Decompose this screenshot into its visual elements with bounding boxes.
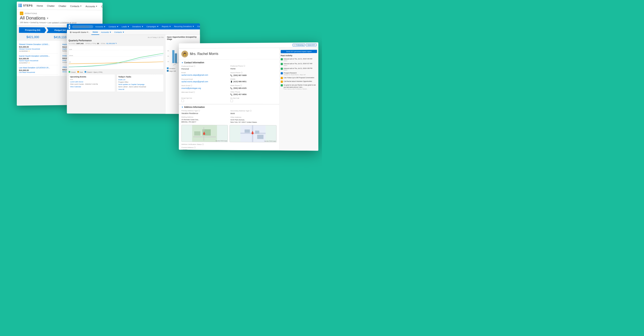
sf-nav-accounts[interactable]: Accounts ▼ bbox=[94, 25, 107, 28]
activity-text-7: So great to see you! Rachel, It was grea… bbox=[284, 84, 317, 88]
dot bbox=[20, 4, 20, 5]
stage-prospecting[interactable]: Prospecting (53) bbox=[19, 27, 46, 33]
activity-item-2: Inbound call on Thu, Jul 21, 2016 9:27 A… bbox=[281, 62, 317, 66]
donation-name[interactable]: Garret Huynh Donation 12/22/201... bbox=[19, 55, 58, 57]
field-secondary-type: Secondary Address Type ⓘ Work bbox=[230, 110, 276, 115]
nav-chatter2[interactable]: Chatter bbox=[57, 2, 68, 10]
other-phone-icon: 📞 bbox=[230, 93, 232, 95]
activity-sub-7: From: Symms John To Address: Rachel... bbox=[284, 88, 317, 89]
sf-nav-donations[interactable]: Donations ▼ bbox=[131, 25, 144, 28]
task-item-2[interactable]: Send update on Capital Campaign bbox=[118, 83, 162, 85]
closed-stat: CLOSED: $407,442 bbox=[68, 42, 84, 44]
nav-accounts[interactable]: Accounts ▼ bbox=[84, 2, 99, 10]
contact-content: 👩 Mrs. Rachel Morris ▼ Contact Informati… bbox=[179, 48, 318, 151]
activity-item-5: Call: Follow Up to Gift Proposal Convers… bbox=[281, 77, 317, 79]
task-item-1[interactable]: Draft LOI bbox=[118, 79, 162, 81]
svg-text:$500k: $500k bbox=[69, 55, 74, 56]
activity-dot-3 bbox=[281, 68, 283, 70]
dot bbox=[20, 5, 20, 6]
field-do-not-call: Do Not Call bbox=[230, 97, 276, 102]
field-email: Email rachel.morris.steps@gmail.com bbox=[182, 71, 227, 77]
sf-nav-contact-verge[interactable]: Contact Verge bbox=[196, 25, 200, 27]
events-tasks: Upcoming Events Now Lunch with Donor Cli… bbox=[68, 74, 164, 92]
section-toggle-contact[interactable]: ▼ Contact Information bbox=[182, 61, 276, 64]
view-all-tasks[interactable]: View All bbox=[118, 88, 162, 90]
quarterly-title: Quarterly Performance bbox=[68, 39, 164, 42]
activity-dot-6 bbox=[281, 81, 283, 83]
field-other-phone: Other Phone 📞 (555) 457-9856 bbox=[230, 91, 276, 95]
send-ioy-button[interactable]: Send IOY bbox=[306, 43, 316, 46]
address-section-title: Address Information bbox=[184, 106, 205, 108]
donation-item: Lee Mast Donation 12/13/2015 20... $10,3… bbox=[19, 65, 58, 75]
field-preferred-phone: Preferred Phone ⓘ Home bbox=[230, 65, 276, 70]
activity-dot-5 bbox=[281, 77, 283, 79]
work-phone-icon: 📞 bbox=[230, 87, 232, 89]
map-left: map data ©2016 Google bbox=[182, 125, 228, 142]
activity-sub-3: Notes: bbox=[284, 69, 312, 71]
donation-item: Stewart Greene Donation 12/30/2... $10,4… bbox=[19, 42, 58, 54]
send-impact-report-button[interactable]: Send IOY personal impact report bbox=[281, 50, 317, 53]
sf-tab-home[interactable]: Home bbox=[91, 30, 99, 35]
activity-text-2: Inbound call on Thu, Jul 21, 2016 9:27 A… bbox=[284, 62, 312, 65]
donation-household[interactable]: Lee Mast Household bbox=[19, 71, 58, 73]
sf-nav-recurring[interactable]: Recurring Donations ▼ bbox=[173, 25, 195, 27]
donation-name[interactable]: Stewart Greene Donation 12/30/2... bbox=[19, 43, 58, 45]
activity-item-1: Inbound call on Thu, Jul 21, 2016 9:30 A… bbox=[281, 58, 317, 61]
event-now-label: Now bbox=[70, 79, 114, 80]
svg-text:$1M: $1M bbox=[69, 48, 72, 50]
nav-campaigns[interactable]: Campaigns ▼ bbox=[100, 2, 102, 10]
donations-label: 👑 DONATIONS bbox=[20, 11, 100, 16]
contact-name-bar: 👩 Mrs. Rachel Morris bbox=[179, 48, 279, 60]
nav-logo: STEPS bbox=[18, 4, 33, 7]
activity-text-6: Call Rachel about Volunteer Opportunitie… bbox=[284, 80, 312, 83]
sf-nav-campaigns[interactable]: Campaigns ▼ bbox=[145, 25, 160, 28]
map-row: map data ©2016 Google bbox=[182, 125, 276, 142]
activity-dot-7 bbox=[281, 84, 283, 86]
nav-contacts[interactable]: Contacts ▼ bbox=[68, 2, 84, 10]
map-right-attribution: map data ©2016 Google bbox=[264, 141, 276, 142]
svg-rect-25 bbox=[193, 137, 216, 137]
donation-name[interactable]: Lee Mast Donation 12/13/2015 20... bbox=[19, 66, 58, 69]
following-button[interactable]: ✓ Following bbox=[292, 43, 305, 46]
field-home-phone: Home Phone ⓘ 📞 (555) 987-5689 bbox=[230, 71, 276, 77]
sf-date: As of Today 1:32 PM bbox=[68, 36, 164, 39]
nav-home[interactable]: Home bbox=[35, 2, 45, 10]
map-left-view: map data ©2016 Google bbox=[182, 125, 228, 142]
activity-item-4: Prospect Research Related To: Rachel Mor… bbox=[281, 72, 317, 75]
do-not-call-checkbox[interactable] bbox=[230, 100, 233, 102]
donation-amount: $10,400.00 bbox=[19, 46, 58, 48]
activity-text-5: Call: Follow Up to Gift Proposal Convers… bbox=[284, 77, 314, 79]
sf-nav-reports[interactable]: Reports ▼ bbox=[160, 25, 172, 27]
svg-text:30k: 30k bbox=[167, 50, 169, 51]
legend-open: Closest + Open (>70%) bbox=[84, 71, 102, 73]
donation-item: Garret Huynh Donation 12/22/201... $10,3… bbox=[19, 54, 58, 65]
event-item[interactable]: Lunch with Donor bbox=[70, 81, 114, 83]
field-primary-type: Primary Address Type ⓘ Vacation Residenc… bbox=[182, 109, 227, 114]
activity-text-1: Inbound call on Thu, Jul 21, 2016 9:30 A… bbox=[284, 58, 312, 60]
events-title: Upcoming Events bbox=[70, 76, 114, 78]
contact-info-grid: Preferred Email ⓘ Personal Preferred Pho… bbox=[182, 65, 276, 102]
activity-item-7: So great to see you! Rachel, It was grea… bbox=[281, 84, 317, 90]
view-calendar[interactable]: View Calendar bbox=[70, 86, 114, 88]
sf-search-input[interactable] bbox=[72, 25, 93, 28]
nav-chatter1[interactable]: Chatter bbox=[45, 2, 56, 10]
opp-title: Open Opportunities Grouped by Stage bbox=[167, 36, 198, 40]
sf-tab-contacts[interactable]: Contacts ▼ bbox=[113, 30, 126, 35]
nonprofit-badge: ⊞ Nonprofit Starter P... bbox=[68, 31, 91, 33]
section-toggle-address[interactable]: ▼ Address Information bbox=[182, 106, 276, 109]
email-optout-checkbox[interactable] bbox=[182, 100, 184, 102]
donation-household[interactable]: Stewart Greene Household bbox=[19, 48, 58, 50]
sf-tab-accounts[interactable]: Accounts ▼ bbox=[100, 30, 112, 35]
donation-household[interactable]: Garret Huynh Household bbox=[19, 60, 58, 61]
legend-closed: Closed bbox=[68, 71, 76, 73]
donation-date: 11/16/2016 ⚠ bbox=[19, 50, 58, 52]
sf-nav-leads[interactable]: Leads ▼ bbox=[120, 25, 130, 28]
donation-amount: $10,355.00 bbox=[19, 57, 58, 60]
sf-nav-contacts[interactable]: Contacts ▼ bbox=[108, 25, 120, 28]
svg-rect-33 bbox=[255, 131, 259, 134]
svg-rect-34 bbox=[257, 135, 264, 139]
dot bbox=[21, 6, 22, 7]
upcoming-events: Upcoming Events Now Lunch with Donor Cli… bbox=[68, 74, 115, 92]
field-alternate-email: Alternate Email ⓘ bbox=[182, 91, 227, 95]
dropdown-arrow[interactable]: ▼ bbox=[46, 17, 49, 20]
